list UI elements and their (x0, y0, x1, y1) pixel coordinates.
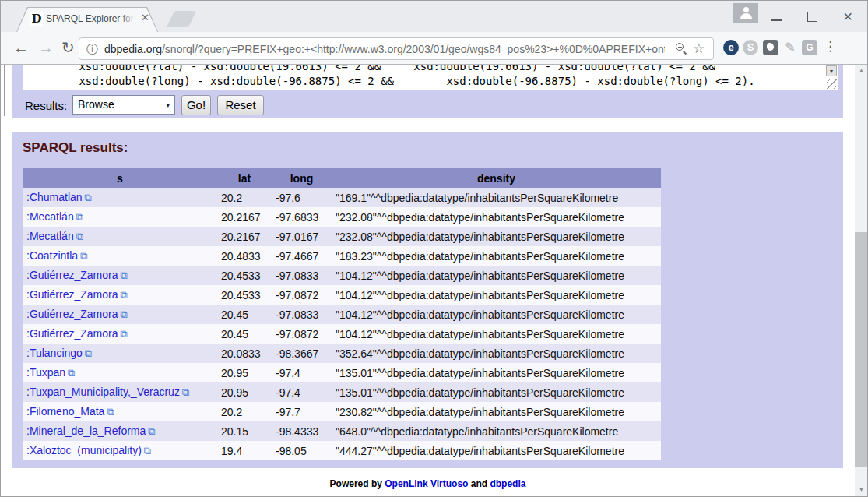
table-header-row: s lat long density (23, 168, 661, 188)
table-row: :Gutiérrez_Zamora⧉20.45-97.0872"104.12"^… (23, 324, 661, 344)
resource-link[interactable]: :Gutiérrez_Zamora (26, 269, 118, 281)
g-extension-icon[interactable]: G (802, 40, 817, 55)
resource-link[interactable]: :Mecatlán (26, 210, 74, 223)
dark-square-extension-icon[interactable] (763, 40, 778, 55)
url-text[interactable]: dbpedia.org/snorql/?query=PREFIX+geo:+<h… (104, 43, 665, 56)
forward-button[interactable]: → (38, 39, 54, 56)
column-header-s: s (23, 168, 217, 188)
external-link-icon[interactable]: ⧉ (76, 211, 83, 223)
external-link-icon[interactable]: ⧉ (80, 250, 87, 262)
resource-link[interactable]: :Coatzintla (26, 249, 78, 262)
query-text: xsd:double(?lat) - xsd:double(19.6613) <… (23, 65, 838, 89)
s-cell: :Chumatlan⧉ (23, 188, 217, 207)
resource-link[interactable]: :Filomeno_Mata (26, 405, 104, 418)
resource-link[interactable]: :Tulancingo (26, 347, 83, 359)
lat-cell: 20.15 (217, 421, 272, 441)
density-cell: "232.08"^^dbpedia:datatype/inhabitantsPe… (332, 207, 661, 227)
external-link-icon[interactable]: ⧉ (68, 367, 75, 379)
long-cell: -98.05 (272, 441, 332, 460)
tab-close-icon[interactable]: ✕ (141, 12, 149, 23)
results-panel: SPARQL results: s lat long density :Chum… (12, 132, 843, 468)
density-cell: "104.12"^^dbpedia:datatype/inhabitantsPe… (332, 305, 661, 324)
form-left-border (4, 65, 5, 116)
external-link-icon[interactable]: ⧉ (120, 328, 127, 340)
external-link-icon[interactable]: ⧉ (182, 386, 189, 398)
column-header-lat: lat (217, 168, 272, 188)
page-info-icon[interactable]: ⓘ (86, 42, 98, 57)
textarea-resize-grip[interactable] (827, 79, 837, 89)
chevron-down-icon: ▾ (166, 97, 170, 115)
resource-link[interactable]: :Xaloztoc_(municipality) (26, 444, 142, 456)
go-button[interactable]: Go! (181, 95, 211, 115)
dbpedia-link[interactable]: dbpedia (490, 478, 525, 489)
resource-link[interactable]: :Gutiérrez_Zamora (26, 288, 118, 301)
lat-cell: 20.4833 (217, 246, 272, 266)
minimize-button[interactable] (771, 19, 782, 21)
long-cell: -97.6833 (272, 207, 332, 227)
external-link-icon[interactable]: ⧉ (144, 445, 151, 456)
resource-link[interactable]: :Tuxpan_Municipality,_Veracruz (26, 386, 180, 398)
density-cell: "104.12"^^dbpedia:datatype/inhabitantsPe… (332, 285, 661, 305)
s-cell: :Tuxpan⧉ (23, 363, 217, 382)
resource-link[interactable]: :Mecatlán (26, 230, 74, 242)
external-link-icon[interactable]: ⧉ (85, 192, 92, 203)
lat-cell: 19.4 (217, 441, 272, 460)
column-header-density: density (332, 168, 661, 188)
window-close-button[interactable]: × (843, 7, 852, 26)
long-cell: -97.4 (272, 382, 332, 402)
reload-button[interactable]: ↻ (61, 39, 75, 56)
reset-button[interactable]: Reset (217, 95, 264, 115)
s-cell: :Gutiérrez_Zamora⧉ (23, 266, 217, 285)
table-row: :Mecatlán⧉20.2167-97.6833"232.08"^^dbped… (23, 207, 661, 227)
table-row: :Gutiérrez_Zamora⧉20.4533-97.0833"104.12… (23, 266, 661, 285)
zoom-icon[interactable] (675, 42, 687, 58)
textarea-scroll-down-icon[interactable]: ▼ (826, 65, 837, 76)
lat-cell: 20.95 (217, 382, 272, 402)
resource-link[interactable]: :Gutiérrez_Zamora (26, 308, 118, 320)
external-link-icon[interactable]: ⧉ (76, 231, 83, 242)
resource-link[interactable]: :Tuxpan (26, 366, 65, 379)
back-button[interactable]: ← (13, 39, 29, 56)
long-cell: -97.0833 (272, 305, 332, 324)
address-bar[interactable]: ⓘ dbpedia.org/snorql/?query=PREFIX+geo:+… (79, 37, 714, 60)
scrollbar-down-icon[interactable]: ▼ (855, 484, 868, 496)
profile-button[interactable] (733, 3, 758, 23)
long-cell: -97.0872 (272, 285, 332, 305)
density-cell: "135.01"^^dbpedia:datatype/inhabitantsPe… (332, 363, 661, 382)
brush-extension-icon[interactable]: ✎ (782, 40, 798, 55)
density-cell: "183.23"^^dbpedia:datatype/inhabitantsPe… (332, 246, 661, 266)
resource-link[interactable]: :Chumatlan (26, 191, 83, 203)
density-cell: "648.0"^^dbpedia:datatype/inhabitantsPer… (332, 421, 661, 441)
long-cell: -97.4667 (272, 246, 332, 266)
lat-cell: 20.4533 (217, 266, 272, 285)
table-row: :Mineral_de_la_Reforma⧉20.15-98.4333"648… (23, 421, 661, 441)
resource-link[interactable]: :Gutiérrez_Zamora (26, 327, 118, 340)
results-format-select[interactable]: Browse ▾ (72, 95, 175, 115)
lat-cell: 20.2167 (217, 207, 272, 227)
external-link-icon[interactable]: ⧉ (120, 289, 127, 301)
new-tab-button[interactable] (167, 11, 196, 27)
long-cell: -97.0167 (272, 227, 332, 246)
lat-cell: 20.95 (217, 363, 272, 382)
maximize-button[interactable] (807, 12, 817, 22)
skype-extension-icon[interactable]: S (743, 40, 758, 55)
external-link-icon[interactable]: ⧉ (120, 270, 127, 281)
external-link-icon[interactable]: ⧉ (120, 308, 127, 320)
query-textarea[interactable]: xsd:double(?lat) - xsd:double(19.6613) <… (23, 65, 838, 90)
table-row: :Tulancingo⧉20.0833-98.3667"352.64"^^dbp… (23, 344, 661, 363)
lat-cell: 20.45 (217, 324, 272, 344)
bookmark-star-icon[interactable]: ☆ (693, 41, 705, 57)
external-link-icon[interactable]: ⧉ (107, 406, 114, 418)
browser-menu-icon[interactable]: ⋮ (824, 38, 837, 55)
external-link-icon[interactable]: ⧉ (85, 347, 92, 359)
table-row: :Mecatlán⧉20.2167-97.0167"232.08"^^dbped… (23, 227, 661, 246)
openlink-virtuoso-link[interactable]: OpenLink Virtuoso (385, 478, 468, 489)
density-cell: "230.82"^^dbpedia:datatype/inhabitantsPe… (332, 402, 661, 421)
e-extension-icon[interactable]: e (723, 40, 739, 55)
scrollbar-thumb[interactable] (855, 232, 868, 467)
resource-link[interactable]: :Mineral_de_la_Reforma (26, 425, 146, 437)
external-link-icon[interactable]: ⧉ (148, 425, 155, 437)
results-heading: SPARQL results: (23, 140, 128, 156)
scrollbar-up-icon[interactable]: ▲ (855, 65, 868, 77)
page-scrollbar[interactable]: ▲ ▼ (855, 65, 868, 496)
